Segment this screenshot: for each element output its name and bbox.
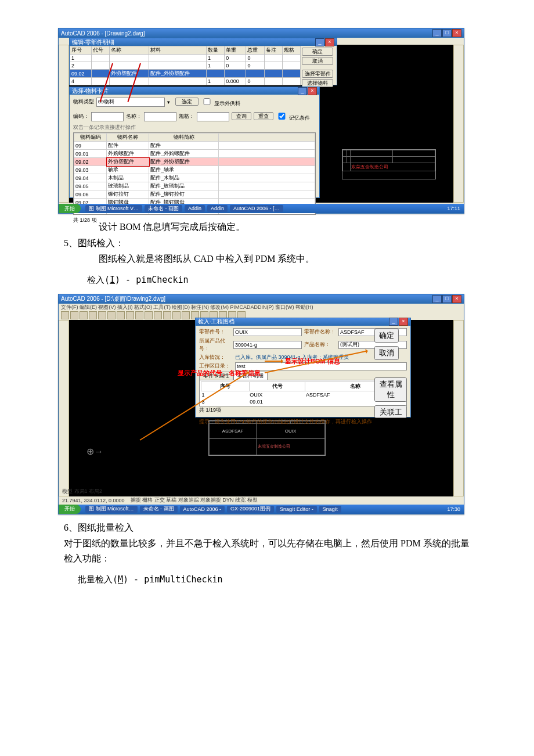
cancel-button[interactable]: 取消 — [374, 346, 399, 360]
autocad-window: AutoCAD 2006 - [Drawing2.dwg] _□× 东莞五金制造… — [58, 28, 464, 214]
cancel-button[interactable]: 取消 — [302, 57, 333, 65]
status-modes: 捕捉 栅格 正交 草稿 对象追踪 对象捕捉 DYN 线宽 模型 — [131, 496, 258, 504]
bom-dialog-title: 编辑-零部件明细 — [72, 38, 114, 46]
taskbar-item[interactable]: 未命名 - 画图 — [140, 506, 178, 513]
table-row[interactable]: 09.05玻璃制品配件_玻璃制品 — [74, 182, 315, 190]
grid-footer: 共 1/28 项 — [70, 216, 319, 225]
pick-button[interactable]: 选定 — [175, 98, 199, 106]
taskbar[interactable]: 开始 图 制图 Microsoft V… 未命名 - 画图 Addin Addi… — [59, 204, 464, 213]
label-material-type: 物料类型 — [73, 98, 94, 106]
table-row[interactable]: 09配件配件 — [74, 142, 315, 150]
code-input[interactable] — [91, 112, 124, 121]
section-5-title: 5、图纸检入： — [64, 236, 470, 251]
annotation-arrow — [265, 361, 282, 362]
show-external-checkbox[interactable]: 显示外供料 — [201, 96, 240, 107]
taskbar-item[interactable]: Addin — [185, 205, 205, 212]
taskbar-item[interactable]: AutoCAD 2006 - [… — [230, 205, 283, 212]
material-grid[interactable]: 物料编码物料名称物料简称 09配件配件09.01外购螺配件配件_外购螺配件09.… — [73, 132, 316, 215]
taskbar-item[interactable]: SnagIt — [319, 506, 341, 513]
command-multi-checkin: 批量检入(M) - pimMultiCheckin — [64, 574, 470, 585]
taskbar-item[interactable]: GX-2009001图例 — [227, 506, 274, 513]
checkin-titlebar[interactable]: 检入-工程图档 _× — [196, 318, 410, 326]
section-6-title: 6、图纸批量检入 — [64, 520, 470, 535]
query-button[interactable]: 查询 — [232, 112, 251, 120]
table-row[interactable]: 09.02外协塑配件配件_外协塑配件 — [74, 158, 315, 166]
table-row[interactable]: 09.06铆钉拉钉配件_铆钉拉钉 — [74, 190, 315, 199]
ok-button[interactable]: 确定 — [374, 329, 399, 343]
label-name: 名称： — [126, 113, 142, 120]
taskbar-clock: 17:30 — [443, 506, 464, 512]
taskbar-item[interactable]: 图 制图 Microsoft… — [85, 506, 138, 513]
label-spec: 规格： — [179, 113, 194, 120]
taskbar-item[interactable]: AutoCAD 2006 - — [180, 506, 225, 513]
name-input[interactable] — [144, 112, 176, 121]
window-buttons[interactable]: _□× — [432, 295, 461, 303]
dialog-hint: 双击一条记录直接进行操作 — [70, 124, 319, 131]
screenshot-bom-materials: AutoCAD 2006 - [Drawing2.dwg] _□× 东莞五金制造… — [58, 28, 464, 214]
taskbar-item[interactable]: 图 制图 Microsoft V… — [85, 205, 142, 212]
remember-checkbox[interactable]: 记忆条件 — [276, 111, 310, 122]
table-row: 1100 — [70, 55, 301, 62]
bom-edit-dialog: 编辑-零部件明细 _× 序号代号 名称材料 数量单重 总重备注 规格 1100 … — [69, 38, 337, 85]
material-select-dialog: 选择-物料卡片 _× 物料类型 ▾ 选定 显示外供料 编码： 名称： 规格： 查… — [69, 87, 320, 198]
drawing-title-block: 东莞五金制造公司 — [342, 149, 436, 179]
table-row[interactable]: 09.07.002十字盘头自…配件_螺钉螺母_十字… — [74, 215, 315, 215]
left-tool-palette[interactable] — [59, 320, 69, 496]
taskbar-item[interactable]: Addin — [207, 205, 228, 212]
menubar[interactable]: 文件(F) 编辑(E) 视图(V) 插入(I) 格式(O) 工具(T) 绘图(D… — [59, 304, 464, 311]
autocad-window: AutoCAD 2006 - [D:\桌面\Drawing2.dwg] _□× … — [58, 294, 464, 514]
statusbar: 模型 布局1 布局2 21.7941, 334.0112, 0.0000 捕捉 … — [59, 496, 464, 505]
autocad-titlebar: AutoCAD 2006 - [D:\桌面\Drawing2.dwg] _□× — [59, 294, 464, 304]
label-code: 编码： — [73, 113, 89, 120]
taskbar[interactable]: 开始 图 制图 Microsoft… 未命名 - 画图 AutoCAD 2006… — [59, 505, 464, 514]
right-tool-palette[interactable] — [453, 45, 464, 203]
section-6-body: 对于图纸的数量比较多，并且不急于检入系统时，可以先存储在电脑上，然后使用 PDM… — [64, 536, 470, 566]
checkin-title: 检入-工程图档 — [198, 318, 234, 326]
link-workarea-button[interactable]: 关联工作区 — [374, 405, 407, 418]
taskbar-item[interactable]: SnagIt Editor - — [276, 506, 317, 513]
bom-dialog-titlebar[interactable]: 编辑-零部件明细 _× — [70, 38, 337, 46]
start-button[interactable]: 开始 — [59, 204, 81, 213]
screenshot-checkin: AutoCAD 2006 - [D:\桌面\Drawing2.dwg] _□× … — [58, 294, 464, 514]
table-row: 2100 — [70, 62, 301, 70]
window-buttons[interactable]: _□× — [432, 29, 461, 37]
table-row: 09.02外协塑配件配件_外协塑配件 — [70, 70, 301, 78]
taskbar-clock: 17:11 — [443, 206, 464, 211]
part-no-input[interactable] — [233, 328, 302, 336]
table-row[interactable]: 09.03轴承配件_轴承 — [74, 166, 315, 174]
autocad-title: AutoCAD 2006 - [D:\桌面\Drawing2.dwg] — [61, 295, 165, 303]
product-code-input[interactable] — [233, 341, 302, 349]
material-type-select[interactable] — [96, 98, 165, 107]
right-tool-palette[interactable] — [453, 320, 464, 496]
bom-table[interactable]: 序号代号 名称材料 数量单重 总重备注 规格 1100 2100 09.02外协… — [70, 46, 301, 85]
autocad-titlebar: AutoCAD 2006 - [Drawing2.dwg] _□× — [59, 28, 464, 38]
company-name: 东莞五金制造公司 — [351, 163, 435, 171]
start-button[interactable]: 开始 — [59, 505, 81, 514]
left-tool-palette[interactable] — [59, 45, 69, 203]
reset-button[interactable]: 重查 — [254, 112, 273, 120]
status-coord: 21.7941, 334.0112, 0.0000 — [62, 498, 125, 503]
command-checkin: 检入(I) - pimCheckin — [64, 275, 470, 286]
autocad-title: AutoCAD 2006 - [Drawing2.dwg] — [61, 30, 145, 37]
view-attrs-button[interactable]: 查看属性 — [374, 377, 407, 402]
ucs-icon: ⊕→ — [86, 446, 103, 457]
taskbar-item[interactable]: 未命名 - 画图 — [145, 205, 182, 212]
ok-button[interactable]: 确定 — [302, 48, 333, 56]
section-5-body: 图纸检入就是将图纸从 CAD 中检入到 PDM 系统中。 — [64, 251, 470, 267]
select-part-button[interactable]: 选择零部件 — [302, 70, 333, 78]
spec-input[interactable] — [197, 112, 229, 121]
material-dialog-titlebar[interactable]: 选择-物料卡片 _× — [70, 87, 319, 95]
table-row[interactable]: 09.04木制品配件_木制品 — [74, 174, 315, 182]
table-row: 410.0000 — [70, 78, 301, 85]
table-row[interactable]: 09.01外购螺配件配件_外购螺配件 — [74, 150, 315, 158]
select-material-button[interactable]: 选择物料 — [302, 79, 333, 87]
checkin-dialog: 检入-工程图档 _× 零部件号：零部件名称： 所属产品代号：产品名称： 入库情况… — [195, 318, 411, 417]
